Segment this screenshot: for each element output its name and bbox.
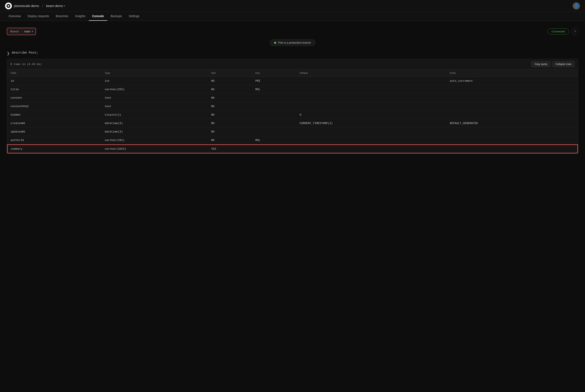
breadcrumb-sep: /: [42, 4, 43, 8]
collapse-rows-button[interactable]: Collapse rows: [552, 61, 575, 67]
page-content: Branch main ▾ Connected ? This is a prod…: [0, 21, 585, 160]
connected-badge: Connected: [547, 28, 569, 34]
cell-type: text: [101, 102, 208, 111]
cell-null: NO: [208, 102, 252, 111]
nav-backups[interactable]: Backups: [107, 12, 125, 21]
cell-type: datetime(3): [101, 119, 208, 128]
cell-extra: [446, 111, 578, 119]
cell-null: NO: [208, 94, 252, 102]
prod-dot: [274, 42, 276, 44]
topbar-left: planetscale-demo / beam-demo ▾: [5, 2, 65, 9]
results-actions: Copy query Collapse rows: [531, 61, 575, 67]
avatar[interactable]: 👤: [573, 2, 580, 10]
cell-type: tinyint(1): [101, 111, 208, 119]
branch-select-wrap[interactable]: main ▾: [22, 28, 36, 35]
cell-key: PRI: [252, 77, 296, 85]
table-row: updatedAtdatetime(3)NO: [7, 128, 578, 136]
logo: [5, 2, 12, 9]
cell-key: MUL: [252, 136, 296, 145]
cell-extra: [446, 102, 578, 111]
cell-extra: [446, 128, 578, 136]
cell-field: createdAt: [7, 119, 101, 128]
table-row: createdAtdatetime(3)NOCURRENT_TIMESTAMP(…: [7, 119, 578, 128]
cell-null: NO: [208, 77, 252, 85]
db-chevron: ▾: [64, 4, 65, 8]
table-row: idintNOPRIauto_increment: [7, 77, 578, 85]
cell-field: hidden: [7, 111, 101, 119]
col-null: Null: [208, 70, 252, 77]
cell-type: text: [101, 94, 208, 102]
cell-key: [252, 111, 296, 119]
help-button[interactable]: ?: [571, 28, 578, 35]
org-name[interactable]: planetscale-demo: [14, 4, 39, 8]
cell-field: title: [7, 85, 101, 94]
cell-type: datetime(3): [101, 128, 208, 136]
cell-extra: [446, 94, 578, 102]
branch-row-right: Connected ?: [547, 28, 578, 35]
branch-row: Branch main ▾ Connected ?: [7, 28, 578, 35]
col-default: Default: [296, 70, 446, 77]
cell-default: [296, 85, 446, 94]
cell-field: summary: [7, 144, 101, 153]
db-name[interactable]: beam-demo ▾: [46, 4, 65, 8]
cell-field: content: [7, 94, 101, 102]
query-prompt: ❯: [7, 52, 10, 56]
cell-default: [296, 77, 446, 85]
cell-default: [296, 94, 446, 102]
table-row: hiddentinyint(1)NO0: [7, 111, 578, 119]
cell-type: int: [101, 77, 208, 85]
cell-field: updatedAt: [7, 128, 101, 136]
main-nav: Overview Deploy requests Branches Insigh…: [0, 12, 585, 21]
cell-key: [252, 102, 296, 111]
cell-default: [296, 136, 446, 145]
prod-notice-text: This is a production branch: [278, 41, 311, 44]
nav-overview[interactable]: Overview: [5, 12, 24, 21]
cell-null: NO: [208, 119, 252, 128]
cell-null: NO: [208, 128, 252, 136]
cell-default: CURRENT_TIMESTAMP(3): [296, 119, 446, 128]
cell-null: NO: [208, 111, 252, 119]
cell-field: authorId: [7, 136, 101, 145]
cell-type: varchar(255): [101, 85, 208, 94]
query-area: ❯ describe Post;: [7, 51, 578, 56]
table-row: authorIdvarchar(191)NOMUL: [7, 136, 578, 145]
nav-console[interactable]: Console: [89, 12, 107, 21]
cell-extra: [446, 85, 578, 94]
cell-key: MUL: [252, 85, 296, 94]
table-row: titlevarchar(255)NOMUL: [7, 85, 578, 94]
table-row: contenttextNO: [7, 94, 578, 102]
cell-field: contentHtml: [7, 102, 101, 111]
cell-null: NO: [208, 85, 252, 94]
cell-type: varchar(1024): [101, 144, 208, 153]
cell-type: varchar(191): [101, 136, 208, 145]
branch-selector[interactable]: Branch main ▾: [7, 28, 36, 35]
table-header: Field Type Null Key Default Extra: [7, 70, 578, 77]
branch-dropdown-chevron: ▾: [32, 30, 33, 33]
cell-field: id: [7, 77, 101, 85]
copy-query-button[interactable]: Copy query: [531, 61, 550, 67]
query-text[interactable]: describe Post;: [12, 51, 38, 54]
cell-null: YES: [208, 144, 252, 153]
cell-extra: [446, 144, 578, 153]
cell-extra: auto_increment: [446, 77, 578, 85]
prod-notice: This is a production branch: [7, 39, 578, 46]
nav-deploy-requests[interactable]: Deploy requests: [24, 12, 52, 21]
cell-null: NO: [208, 136, 252, 145]
cell-key: [252, 94, 296, 102]
results-container: 9 rows in (4.43 ms) Copy query Collapse …: [7, 59, 578, 154]
cell-default: 0: [296, 111, 446, 119]
topbar: planetscale-demo / beam-demo ▾ 👤: [0, 0, 585, 12]
col-key: Key: [252, 70, 296, 77]
cell-key: [252, 128, 296, 136]
nav-insights[interactable]: Insights: [72, 12, 89, 21]
cell-default: [296, 128, 446, 136]
table-row: summaryvarchar(1024)YES: [7, 144, 578, 153]
nav-branches[interactable]: Branches: [53, 12, 72, 21]
table-row: contentHtmltextNO: [7, 102, 578, 111]
nav-settings[interactable]: Settings: [125, 12, 143, 21]
cell-default: [296, 102, 446, 111]
cell-key: [252, 144, 296, 153]
cell-extra: [446, 136, 578, 145]
table-body: idintNOPRIauto_incrementtitlevarchar(255…: [7, 77, 578, 154]
branch-selected-value: main: [24, 30, 30, 33]
